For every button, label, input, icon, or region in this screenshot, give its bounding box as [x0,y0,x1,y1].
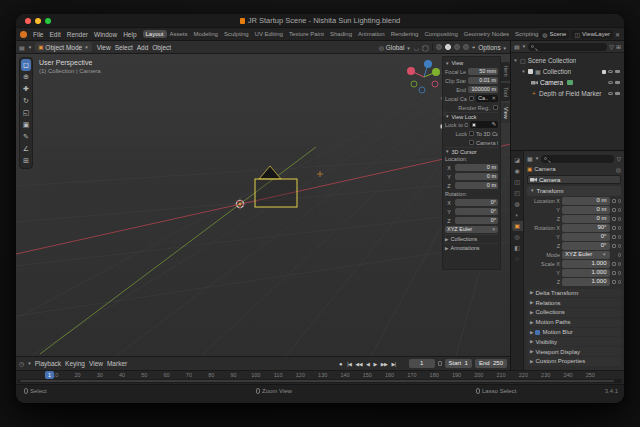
prev-keyframe-button[interactable]: ◀◀ [354,361,363,367]
record-button[interactable]: ● [338,361,343,367]
collection-checkbox[interactable] [528,69,533,74]
n-panel-tab-item[interactable]: Item [501,62,510,81]
collapsed-panel[interactable]: ▶Custom Properties [527,357,621,366]
number-field[interactable]: 1.000 [562,260,610,268]
pin-icon[interactable]: ◎ [616,166,621,173]
snap-magnet-icon[interactable]: ◡ [414,44,419,51]
topbar-menu[interactable]: Edit [46,31,63,38]
select-box-tool[interactable]: ◻ [21,59,31,71]
viewport-menu[interactable]: View [95,44,113,51]
camera-to-view-checkbox[interactable] [469,140,474,145]
animate-dot-icon[interactable] [618,271,622,275]
hide-viewport-icon[interactable] [608,70,613,73]
animate-dot-icon[interactable] [618,280,622,284]
timeline-ruler[interactable]: 1 10203040506070809010011012013014015016… [16,370,624,384]
number-field[interactable]: 0 m [562,215,610,223]
number-field[interactable]: 0 m [562,197,610,205]
object-data-tab[interactable]: ◧ [512,243,523,253]
use-preview-range-icon[interactable] [438,361,442,366]
frame-start-field[interactable]: Start 1 [445,359,472,368]
filter-icon[interactable]: ▽ [616,155,621,162]
mode-dropdown[interactable]: ▣ Object Mode▼ [35,42,92,52]
disable-render-icon[interactable] [615,92,620,96]
timeline-menu[interactable]: View [89,360,103,367]
transform-tool[interactable]: ▣ [21,119,31,131]
timeline-menu[interactable]: Marker [107,360,127,367]
lock-icon[interactable] [612,226,616,231]
annotate-tool[interactable]: ✎ [21,131,31,143]
render-tab[interactable]: ◉ [512,166,523,176]
timeline-menu[interactable]: Playback [35,360,61,367]
number-field[interactable]: 0° [455,199,498,206]
move-tool[interactable]: ✚ [21,83,31,95]
blender-logo-icon[interactable] [20,31,27,38]
clear-icon[interactable]: ✕ [491,95,496,102]
number-field[interactable]: 0 m [562,206,610,214]
collapsed-panel[interactable]: ▶Relations [527,298,621,307]
workspace-tab[interactable]: Modeling [191,30,221,38]
outliner-editor-icon[interactable]: ▤ [514,43,520,50]
collapsed-panel[interactable]: ▶Motion Paths [527,318,621,327]
outliner-row-dof-marker[interactable]: + Depth of Field Marker [513,88,622,99]
eyedropper-icon[interactable]: ✎ [491,121,496,128]
exclude-checkbox[interactable] [602,70,606,74]
scene-selector[interactable]: ◍Scene [539,30,569,39]
lock-icon[interactable] [612,280,616,285]
view-layer-tab[interactable]: ◰ [512,188,523,198]
lock-icon[interactable] [612,208,616,213]
wireframe-shading-button[interactable] [436,44,442,50]
rotate-tool[interactable]: ↻ [21,95,31,107]
measure-tool[interactable]: ∠ [21,143,31,155]
new-collection-icon[interactable]: ⊞ [616,43,621,50]
view-lock-panel-header[interactable]: ▼View Lock [445,112,498,120]
remove-viewlayer-icon[interactable]: ✕ [615,31,620,38]
number-field[interactable]: 0° [562,242,610,250]
constraints-tab[interactable]: ◎ [512,232,523,242]
physics-tab[interactable]: ◌ [512,254,523,264]
properties-editor-icon[interactable]: ▦ [527,155,533,162]
rotation-mode-dropdown[interactable]: XYZ Euler▼ [445,226,498,233]
outliner-search-input[interactable] [528,43,607,51]
collapsed-panel[interactable]: ▶Annotations [445,243,498,252]
lock-icon[interactable] [612,271,616,276]
local-camera-checkbox[interactable] [469,96,474,101]
topbar-menu[interactable]: Render [64,31,91,38]
tool-tab[interactable]: ◪ [512,155,523,165]
timeline-menu[interactable]: Keying [65,360,85,367]
workspace-tab[interactable]: Texture Paint [286,30,327,38]
viewport-menu[interactable]: Add [135,44,151,51]
animate-dot-icon[interactable] [618,235,622,239]
number-field[interactable]: 100000 m [468,86,498,93]
scene-tab[interactable]: ◍ [512,199,523,209]
workspace-tab[interactable]: Shading [327,30,355,38]
viewlayer-selector[interactable]: ◫ViewLayer [571,30,613,39]
properties-search-input[interactable] [541,155,614,163]
viewport-menu[interactable]: Object [150,44,173,51]
number-field[interactable]: 0° [455,217,498,224]
cursor-tool[interactable]: ⊕ [21,71,31,83]
lock-icon[interactable] [612,262,616,267]
render-region-checkbox[interactable] [493,105,498,110]
collapsed-panel[interactable]: ▶Viewport Display [527,347,621,356]
number-field[interactable]: 1.000 [562,278,610,286]
current-frame-field[interactable]: 1 [409,359,435,368]
material-shading-button[interactable] [454,44,460,50]
workspace-tab[interactable]: UV Editing [252,30,286,38]
workspace-tab[interactable]: Scripting [512,30,539,38]
local-camera-field[interactable]: Ca..✕ [476,95,498,102]
workspace-tab[interactable]: Sculpting [221,30,252,38]
number-field[interactable]: 50 mm [468,68,498,75]
outliner-row-scene-collection[interactable]: ▼▢ Scene Collection [513,55,622,66]
output-tab[interactable]: ◫ [512,177,523,187]
workspace-tab[interactable]: Assets [167,30,191,38]
lock-object-field[interactable]: ✎ [470,121,498,128]
timeline-scrollbar[interactable] [18,379,622,383]
number-field[interactable]: 0.01 m [468,77,498,84]
jump-to-start-button[interactable]: |◀ [346,361,352,367]
cursor-panel-header[interactable]: ▼3D Cursor [445,147,498,155]
proportional-edit-icon[interactable]: ◯ [422,44,429,51]
workspace-tab[interactable]: Rendering [388,30,422,38]
number-field[interactable]: 90° [562,224,610,232]
topbar-menu[interactable]: Help [120,31,139,38]
n-panel-tab-tool[interactable]: Tool [501,83,510,101]
